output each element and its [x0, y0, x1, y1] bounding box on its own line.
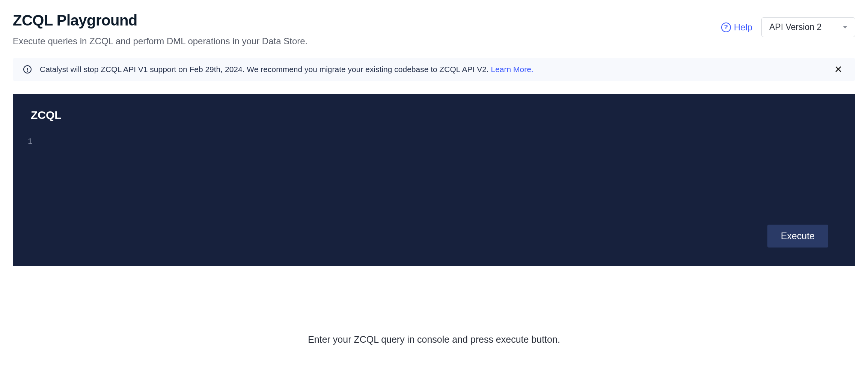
- api-version-selected: API Version 2: [769, 22, 821, 32]
- alert-icon: !: [23, 65, 32, 74]
- page-title: ZCQL Playground: [13, 11, 307, 29]
- help-link[interactable]: ? Help: [721, 22, 752, 33]
- line-number: 1: [26, 136, 38, 196]
- help-label: Help: [734, 22, 752, 33]
- notice-message: Catalyst will stop ZCQL API V1 support o…: [40, 65, 491, 74]
- page-subtitle: Execute queries in ZCQL and perform DML …: [13, 36, 307, 46]
- empty-state-hint: Enter your ZCQL query in console and pre…: [13, 334, 855, 345]
- close-icon[interactable]: ✕: [832, 64, 845, 74]
- section-divider: [0, 289, 868, 289]
- execute-button[interactable]: Execute: [767, 225, 828, 248]
- api-version-select[interactable]: API Version 2: [761, 17, 855, 37]
- query-editor-panel: ZCQL 1 Execute: [13, 94, 855, 266]
- notice-text: Catalyst will stop ZCQL API V1 support o…: [40, 65, 533, 74]
- learn-more-link[interactable]: Learn More.: [491, 65, 533, 74]
- editor-label: ZCQL: [31, 109, 842, 122]
- chevron-down-icon: [843, 26, 847, 28]
- query-input[interactable]: [38, 136, 842, 196]
- deprecation-notice: ! Catalyst will stop ZCQL API V1 support…: [13, 58, 855, 81]
- help-icon: ?: [721, 22, 731, 32]
